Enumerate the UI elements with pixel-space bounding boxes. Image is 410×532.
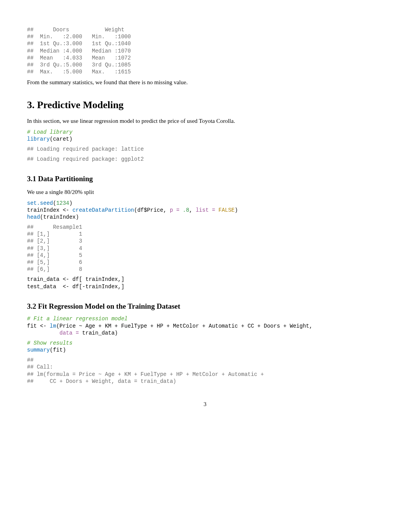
output-doors-weight: ## Doors Weight ## Min. :2.000 Min. :100… <box>27 26 383 75</box>
predictive-intro: In this section, we use linear regressio… <box>27 117 383 126</box>
output-resample: ## Resample1 ## [1,] 1 ## [2,] 3 ## [3,]… <box>27 224 383 273</box>
code-show-results: # Show results summary(fit) <box>27 340 383 354</box>
heading-data-partitioning: 3.1 Data Partitioning <box>27 173 383 184</box>
code-fit-model: # Fit a linear regression model fit <- l… <box>27 315 383 337</box>
summary-text: From the summary statistics, we found th… <box>27 78 383 87</box>
heading-predictive-modeling: 3. Predictive Modeling <box>27 98 383 112</box>
output-lattice: ## Loading required package: lattice <box>27 146 383 153</box>
heading-fit-regression: 3.2 Fit Regression Model on the Training… <box>27 301 383 312</box>
code-load-library: # Load library library(caret) <box>27 129 383 143</box>
output-call: ## ## Call: ## lm(formula = Price ~ Age … <box>27 357 383 385</box>
page-number: 3 <box>27 400 383 409</box>
code-set-seed: set.seed(1234) trainIndex <- createDataP… <box>27 200 383 221</box>
partition-intro: We use a single 80/20% split <box>27 188 383 197</box>
code-train-test: train_data <- df[ trainIndex,] test_data… <box>27 276 383 290</box>
output-ggplot: ## Loading required package: ggplot2 <box>27 156 383 163</box>
